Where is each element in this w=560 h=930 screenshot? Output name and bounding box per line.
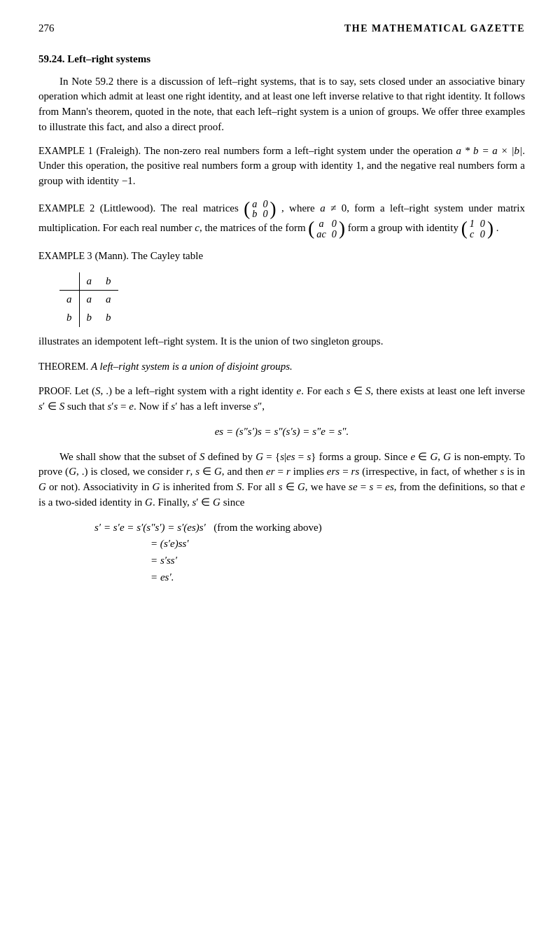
matrix-3: ( 1 0 c 0 )	[461, 218, 493, 239]
proof-text-1: Let (S, .) be a left–right system with a…	[38, 385, 525, 412]
proof-final-eq-line4-text: = es′.	[94, 570, 174, 585]
cayley-cell-ba: b	[79, 309, 99, 327]
proof-para1: PROOF. Let (S, .) be a left–right system…	[38, 384, 525, 415]
theorem-text: THEOREM. A left–right system is a union …	[38, 359, 525, 375]
matrix-3-grid: 1 0 c 0	[468, 218, 487, 239]
example-2-text: EXAMPLE 2 (Littlewood). The real matrice…	[38, 199, 525, 239]
proof-block: PROOF. Let (S, .) be a left–right system…	[38, 384, 525, 586]
example-2-label: EXAMPLE 2	[38, 202, 94, 213]
example-1-text: EXAMPLE 1 (Fraleigh). The non-zero real …	[38, 144, 525, 189]
example-2-block: EXAMPLE 2 (Littlewood). The real matrice…	[38, 199, 525, 239]
matrix-2-r1c2: 0	[332, 218, 337, 228]
proof-final-eq-line2-text: = (s′e)ss′	[94, 536, 189, 552]
matrix-3-r2c1: c	[470, 229, 475, 239]
matrix-1-r1c1: a	[252, 199, 257, 209]
page-number: 276	[38, 21, 55, 36]
theorem-statement: A left–right system is a union of disjoi…	[91, 361, 293, 372]
matrix-2-right-paren: )	[339, 219, 345, 238]
example-1-block: EXAMPLE 1 (Fraleigh). The non-zero real …	[38, 144, 525, 189]
matrix-1-grid: a 0 b 0	[250, 199, 270, 219]
example-3-author: (Mann). The Cayley table	[94, 250, 203, 261]
cayley-table: a b a a a b b b	[59, 272, 118, 327]
example-3-label: EXAMPLE 3	[38, 251, 92, 261]
cayley-header-row: a b	[59, 272, 118, 291]
cayley-row-a-label: a	[59, 291, 79, 309]
example-3-intro: EXAMPLE 3 (Mann). The Cayley table	[38, 249, 525, 264]
proof-final-eq-line4: = es′.	[94, 570, 174, 585]
cayley-cell-bb: b	[99, 309, 118, 327]
cayley-header-sep	[59, 272, 79, 291]
cayley-row-b: b b b	[59, 309, 118, 327]
theorem-block: THEOREM. A left–right system is a union …	[38, 359, 525, 375]
proof-final-eq-line1: s′ = s′e = s′(s″s′) = s′(es)s′ (from the…	[94, 520, 322, 536]
matrix-3-r1c1: 1	[470, 218, 475, 228]
proof-label: PROOF.	[38, 386, 72, 396]
theorem-label: THEOREM.	[38, 361, 88, 372]
matrix-2-left-paren: (	[308, 219, 314, 238]
proof-final-eq-line3-text: = s′ss′	[94, 553, 177, 569]
section-title: 59.24. Left–right systems	[38, 52, 525, 67]
section-name: Left–right systems	[67, 53, 150, 64]
example-1-label: EXAMPLE 1	[38, 146, 93, 156]
intro-paragraph: In Note 59.2 there is a discussion of le…	[38, 74, 525, 135]
example-3-after-text: illustrates an idempotent left–right sys…	[38, 334, 525, 349]
example-2-text-middle: form a group with identity	[348, 222, 461, 233]
matrix-2: ( a 0 ac 0 )	[308, 218, 345, 239]
cayley-cell-ab: a	[99, 291, 118, 309]
matrix-1-r2c2: 0	[262, 209, 267, 218]
example-2-author: (Littlewood). The real matrices	[100, 202, 244, 213]
cayley-header-a: a	[79, 272, 99, 291]
example-1-author: (Fraleigh). The non-zero real numbers fo…	[38, 145, 525, 187]
proof-para2: We shall show that the subset of S defin…	[38, 450, 525, 511]
proof-final-eq-line3: = s′ss′	[94, 553, 177, 569]
example-3-block: EXAMPLE 3 (Mann). The Cayley table a b a…	[38, 249, 525, 349]
matrix-1-r1c2: 0	[262, 199, 267, 209]
matrix-1-left-paren: (	[244, 200, 250, 218]
matrix-2-grid: a 0 ac 0	[314, 218, 339, 239]
proof-final-eq-line1-text: s′ = s′e = s′(s″s′) = s′(es)s′ (from the…	[94, 520, 322, 536]
cayley-header-b: b	[99, 272, 118, 291]
matrix-1-r2c1: b	[252, 209, 257, 218]
proof-final-eq-line2: = (s′e)ss′	[94, 536, 189, 552]
cayley-row-a: a a a	[59, 291, 118, 309]
section-number: 59.24.	[38, 53, 65, 64]
matrix-1: ( a 0 b 0 )	[244, 199, 276, 219]
matrix-2-r1c1: a	[316, 218, 326, 228]
matrix-3-r1c2: 0	[480, 218, 485, 228]
page-header: 276 THE MATHEMATICAL GAZETTE	[38, 21, 525, 36]
matrix-3-r2c2: 0	[480, 229, 485, 239]
cayley-cell-aa: a	[79, 291, 99, 309]
proof-final-equations: s′ = s′e = s′(s″s′) = s′(es)s′ (from the…	[94, 520, 525, 587]
matrix-2-r2c2: 0	[332, 229, 337, 239]
matrix-3-left-paren: (	[461, 219, 468, 238]
matrix-3-right-paren: )	[487, 219, 493, 238]
matrix-1-right-paren: )	[270, 200, 276, 218]
example-2-text-end: .	[496, 222, 499, 233]
journal-title: THE MATHEMATICAL GAZETTE	[344, 22, 525, 36]
matrix-2-r2c1: ac	[316, 229, 326, 239]
cayley-row-b-label: b	[59, 309, 79, 327]
proof-equation-1: es = (s″s′)s = s″(s′s) = s″e = s″.	[38, 424, 525, 440]
